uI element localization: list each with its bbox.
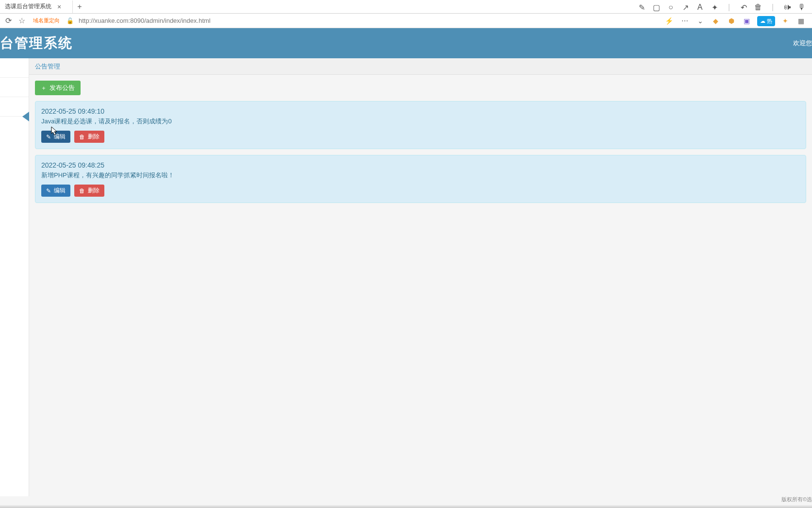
delete-label: 删除 xyxy=(88,186,99,195)
divider: | xyxy=(768,3,777,12)
trash-icon: 🗑 xyxy=(79,134,85,140)
address-bar-row: ⟳ ☆ 域名重定向 🔓 http://xuanke.com:8090/admin… xyxy=(0,14,812,28)
sound-icon[interactable]: 🕪 xyxy=(783,3,792,12)
edit-icon: ✎ xyxy=(46,134,51,140)
close-icon[interactable]: × xyxy=(55,3,63,11)
wand-icon[interactable]: ✦ xyxy=(710,3,719,12)
new-tab-button[interactable]: + xyxy=(73,0,86,14)
pencil-icon[interactable]: ✎ xyxy=(637,3,646,12)
circle-icon[interactable]: ○ xyxy=(666,3,675,12)
address-right-icons: ⚡ ⋯ ⌄ ◆ ⬢ ▣ ☁ 热 ✦ ▦ xyxy=(660,14,810,28)
ext-icon-5[interactable]: ▦ xyxy=(795,16,806,26)
mic-icon[interactable]: 🎙 xyxy=(797,3,806,12)
ext-icon-1[interactable]: ◆ xyxy=(711,16,721,26)
divider: | xyxy=(725,3,733,12)
breadcrumb: 公告管理 xyxy=(29,58,812,75)
sidebar-active-indicator xyxy=(22,112,29,121)
content-inner: ＋ 发布公告 2022-05-25 09:49:10 Java课程是必选课，请及… xyxy=(29,75,812,209)
more-icon[interactable]: ⋯ xyxy=(679,16,690,26)
browser-tabs: 选课后台管理系统 × + ✎ ▢ ○ ↗ A ✦ | ↶ 🗑 | 🕪 🎙 xyxy=(0,0,812,14)
edit-icon: ✎ xyxy=(46,187,51,194)
ext-icon-4[interactable]: ✦ xyxy=(780,16,791,26)
notice-actions: ✎ 编辑 🗑 删除 xyxy=(41,131,800,143)
undo-icon[interactable]: ↶ xyxy=(739,3,748,12)
publish-notice-button[interactable]: ＋ 发布公告 xyxy=(35,81,81,95)
app-title: 台管理系统 xyxy=(0,34,73,52)
url-text[interactable]: http://xuanke.com:8090/admin/index/index… xyxy=(79,17,211,24)
star-icon[interactable]: ☆ xyxy=(17,17,26,25)
notice-timestamp: 2022-05-25 09:48:25 xyxy=(41,161,800,169)
browser-tab[interactable]: 选课后台管理系统 × xyxy=(0,0,73,13)
ext-icon-2[interactable]: ⬢ xyxy=(726,16,737,26)
square-icon[interactable]: ▢ xyxy=(652,3,661,12)
notice-card: 2022-05-25 09:48:25 新增PHP课程，有兴趣的同学抓紧时间报名… xyxy=(35,155,806,203)
ext-icon-3[interactable]: ▣ xyxy=(742,16,752,26)
redirect-tag: 域名重定向 xyxy=(31,17,62,25)
app-header: 台管理系统 欢迎您 xyxy=(0,28,812,58)
sidebar-item[interactable] xyxy=(0,58,29,78)
tab-title: 选课后台管理系统 xyxy=(5,2,51,11)
notice-content: Java课程是必选课，请及时报名，否则成绩为0 xyxy=(41,117,800,126)
breadcrumb-text: 公告管理 xyxy=(35,62,60,71)
browser-toolbar: ✎ ▢ ○ ↗ A ✦ | ↶ 🗑 | 🕪 🎙 xyxy=(631,0,812,15)
welcome-text: 欢迎您 xyxy=(793,39,812,48)
arrow-icon[interactable]: ↗ xyxy=(681,3,690,12)
notice-actions: ✎ 编辑 🗑 删除 xyxy=(41,185,800,197)
notice-content: 新增PHP课程，有兴趣的同学抓紧时间报名啦！ xyxy=(41,171,800,180)
sidebar-item[interactable] xyxy=(0,78,29,97)
taskbar xyxy=(0,505,812,508)
footer-copyright: 版权所有©选 xyxy=(781,494,812,505)
cloud-ext-icon[interactable]: ☁ 热 xyxy=(757,16,775,26)
notice-timestamp: 2022-05-25 09:49:10 xyxy=(41,107,800,115)
notice-card: 2022-05-25 09:49:10 Java课程是必选课，请及时报名，否则成… xyxy=(35,101,806,149)
flash-icon[interactable]: ⚡ xyxy=(664,16,675,26)
app-body: 公告管理 ＋ 发布公告 2022-05-25 09:49:10 Java课程是必… xyxy=(0,58,812,496)
content-area: 公告管理 ＋ 发布公告 2022-05-25 09:49:10 Java课程是必… xyxy=(29,58,812,496)
trash-icon: 🗑 xyxy=(79,187,85,194)
edit-label: 编辑 xyxy=(54,186,66,195)
trash-icon[interactable]: 🗑 xyxy=(754,3,762,12)
edit-button[interactable]: ✎ 编辑 xyxy=(41,131,70,143)
lock-icon[interactable]: 🔓 xyxy=(66,17,74,24)
delete-label: 删除 xyxy=(88,133,99,141)
sidebar xyxy=(0,58,29,496)
chevron-down-icon[interactable]: ⌄ xyxy=(695,16,706,26)
publish-label: 发布公告 xyxy=(50,84,75,92)
plus-icon: ＋ xyxy=(41,84,47,92)
text-icon[interactable]: A xyxy=(696,3,704,12)
edit-label: 编辑 xyxy=(54,133,66,141)
edit-button[interactable]: ✎ 编辑 xyxy=(41,185,70,197)
delete-button[interactable]: 🗑 删除 xyxy=(74,131,104,143)
delete-button[interactable]: 🗑 删除 xyxy=(74,185,104,197)
refresh-icon[interactable]: ⟳ xyxy=(4,17,13,25)
